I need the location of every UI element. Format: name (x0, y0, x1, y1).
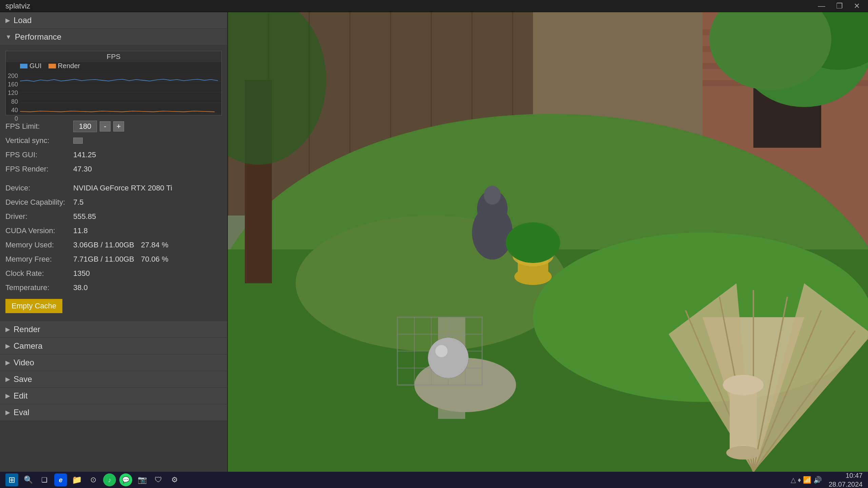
cuda-value: 11.8 (73, 226, 88, 235)
svg-point-48 (435, 345, 448, 357)
memory-free-row: Memory Free: 7.71GB / 11.00GB 70.06 % (5, 253, 222, 265)
video-section-label: Video (14, 358, 34, 367)
viewport[interactable] (228, 12, 868, 472)
minimize-button[interactable]: — (815, 1, 828, 11)
eval-arrow-icon: ▶ (5, 409, 10, 416)
search-icon[interactable]: 🔍 (22, 473, 35, 486)
windows-start-icon[interactable]: ⊞ (5, 473, 18, 486)
memory-used-pct: 27.84 % (141, 241, 169, 249)
vsync-toggle[interactable] (73, 138, 83, 144)
clock-date: 28.07.2024 (829, 480, 863, 488)
divider-1 (5, 178, 222, 182)
save-arrow-icon: ▶ (5, 375, 10, 383)
svg-point-57 (726, 446, 760, 460)
temperature-value: 38.0 (73, 283, 88, 292)
gui-legend-label: GUI (29, 62, 42, 70)
spotify-icon[interactable]: ♪ (103, 473, 116, 486)
camera-arrow-icon: ▶ (5, 342, 10, 350)
svg-point-33 (484, 186, 501, 205)
titlebar: splatviz — ❐ ✕ (0, 0, 868, 12)
memory-free-pct: 70.06 % (141, 255, 169, 264)
cuda-row: CUDA Version: 11.8 (5, 225, 222, 237)
driver-row: Driver: 555.85 (5, 211, 222, 222)
camera-section-header[interactable]: ▶ Camera (0, 338, 227, 354)
render-legend-item: Render (48, 62, 80, 70)
main-layout: ▶ Load ▼ Performance FPS GUI Ren (0, 12, 868, 472)
edge-icon[interactable]: e (54, 473, 67, 486)
app-icon-6[interactable]: 📷 (136, 473, 149, 486)
chrome-icon[interactable]: ⊙ (87, 473, 100, 486)
video-arrow-icon: ▶ (5, 359, 10, 366)
app-icon-8[interactable]: ⚙ (168, 473, 181, 486)
close-button[interactable]: ✕ (851, 1, 863, 11)
vsync-value (73, 138, 83, 144)
render-legend-label: Render (58, 62, 80, 70)
svg-point-37 (506, 222, 560, 263)
app-title: splatviz (5, 2, 30, 11)
device-value: NVIDIA GeForce RTX 2080 Ti (73, 184, 172, 192)
performance-section-label: Performance (15, 32, 61, 42)
fps-render-row: FPS Render: 47.30 (5, 163, 222, 175)
garden-scene (228, 12, 868, 472)
load-section-label: Load (14, 16, 32, 25)
render-section-header[interactable]: ▶ Render (0, 321, 227, 338)
vsync-row: Vertical sync: (5, 135, 222, 146)
taskview-icon[interactable]: ❑ (38, 473, 51, 486)
clock-rate-value: 1350 (73, 269, 90, 278)
fps-chart-container: FPS GUI Render 200 160 (5, 51, 222, 115)
temperature-label: Temperature: (5, 283, 73, 292)
load-section-header[interactable]: ▶ Load (0, 12, 227, 29)
eval-section-label: Eval (14, 408, 29, 417)
performance-arrow-icon: ▼ (5, 34, 12, 41)
device-capability-value: 7.5 (73, 198, 84, 207)
render-section-label: Render (14, 325, 40, 334)
fps-gui-label: FPS GUI: (5, 150, 73, 159)
fps-chart-svg (20, 71, 221, 124)
system-tray: △ ♦ 📶 🔊 (791, 476, 822, 484)
clock-rate-label: Clock Rate: (5, 269, 73, 278)
temperature-row: Temperature: 38.0 (5, 282, 222, 293)
render-arrow-icon: ▶ (5, 326, 10, 333)
taskbar: ⊞ 🔍 ❑ e 📁 ⊙ ♪ 💬 📷 🛡 ⚙ (0, 472, 868, 488)
cuda-label: CUDA Version: (5, 226, 73, 235)
fps-gui-value: 141.25 (73, 150, 96, 159)
memory-used-label: Memory Used: (5, 241, 73, 249)
eval-section-header[interactable]: ▶ Eval (0, 404, 227, 421)
save-section-label: Save (14, 374, 32, 384)
device-label: Device: (5, 184, 73, 192)
whatsapp-icon[interactable]: 💬 (119, 473, 132, 486)
performance-section-header[interactable]: ▼ Performance (0, 29, 227, 45)
svg-point-47 (428, 338, 469, 378)
device-capability-label: Device Capability: (5, 198, 73, 207)
window-controls: — ❐ ✕ (815, 1, 863, 11)
fps-chart-inner (20, 71, 221, 124)
memory-free-value: 7.71GB / 11.00GB (73, 255, 134, 264)
system-clock: 10:47 28.07.2024 (829, 471, 863, 488)
video-section-header[interactable]: ▶ Video (0, 354, 227, 371)
taskbar-left: ⊞ 🔍 ❑ e 📁 ⊙ ♪ 💬 📷 🛡 ⚙ (5, 473, 181, 486)
fps-render-label: FPS Render: (5, 165, 73, 174)
svg-point-56 (723, 375, 764, 395)
save-section-header[interactable]: ▶ Save (0, 371, 227, 388)
driver-value: 555.85 (73, 212, 96, 221)
device-capability-row: Device Capability: 7.5 (5, 197, 222, 208)
memory-free-label: Memory Free: (5, 255, 73, 264)
fps-chart-title: FPS (6, 51, 221, 62)
load-arrow-icon: ▶ (5, 17, 10, 24)
app-icon-7[interactable]: 🛡 (152, 473, 165, 486)
left-panel: ▶ Load ▼ Performance FPS GUI Ren (0, 12, 228, 472)
clock-time: 10:47 (829, 471, 863, 480)
vsync-label: Vertical sync: (5, 136, 73, 145)
memory-used-value: 3.06GB / 11.00GB (73, 241, 134, 249)
edit-section-label: Edit (14, 391, 27, 401)
clock-rate-row: Clock Rate: 1350 (5, 268, 222, 279)
edit-section-header[interactable]: ▶ Edit (0, 388, 227, 404)
render-legend-color (48, 64, 56, 68)
taskbar-right: △ ♦ 📶 🔊 10:47 28.07.2024 (791, 471, 863, 488)
driver-label: Driver: (5, 212, 73, 221)
file-explorer-icon[interactable]: 📁 (71, 473, 83, 486)
empty-cache-button[interactable]: Empty Cache (5, 299, 62, 313)
gui-legend-color (20, 64, 27, 68)
maximize-button[interactable]: ❐ (833, 1, 846, 11)
device-row: Device: NVIDIA GeForce RTX 2080 Ti (5, 182, 222, 194)
